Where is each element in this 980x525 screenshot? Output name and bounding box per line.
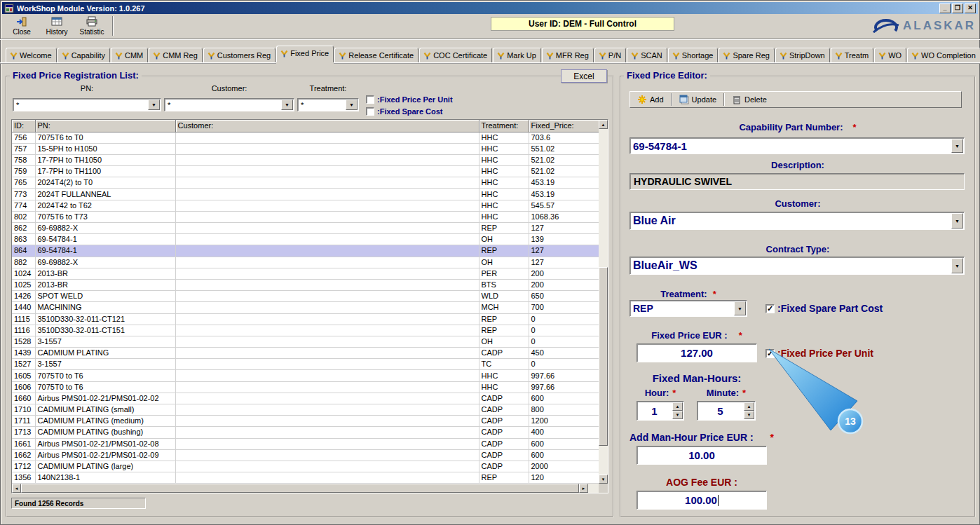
tab-p-n[interactable]: P/N <box>594 48 626 62</box>
maximize-button[interactable]: ❐ <box>952 4 963 13</box>
tab-spare-reg[interactable]: Spare Reg <box>719 48 775 62</box>
table-row[interactable]: 1426SPOT WELDWLD650 <box>12 291 599 302</box>
aog-fee-input[interactable]: 100.00 <box>637 491 767 510</box>
tab-wo-completion[interactable]: WO Completion <box>907 48 980 62</box>
table-row[interactable]: 86469-54784-1REP127 <box>12 245 599 257</box>
update-button[interactable]: Update <box>675 93 721 107</box>
hour-spinner[interactable]: 1 ▲ ▼ <box>637 401 684 421</box>
horizontal-scrollbar-thumb[interactable] <box>21 484 579 493</box>
table-row[interactable]: 10252013-BRBTS200 <box>12 279 599 290</box>
grid-column-header[interactable]: ID: <box>12 120 35 132</box>
dropdown-arrow-icon[interactable]: ▼ <box>148 100 160 110</box>
fixed-price-per-unit-filter-checkbox[interactable]: :Fixed Price Per Unit <box>366 95 453 104</box>
contract-type-combo[interactable]: BlueAir_WS ▼ <box>629 257 965 275</box>
table-row[interactable]: 75917-7PH to TH1100HHC521.02 <box>12 166 599 177</box>
fixed-price-input[interactable]: 127.00 <box>637 343 757 362</box>
add-man-hour-price-input[interactable]: 10.00 <box>637 446 767 465</box>
table-row[interactable]: 15283-1557OH0 <box>12 336 599 347</box>
spin-up-button[interactable]: ▲ <box>672 402 683 411</box>
tab-welcome[interactable]: Welcome <box>6 48 57 62</box>
treatment-combo[interactable]: REP ▼ <box>629 300 747 317</box>
table-row[interactable]: 1356140N2138-1REP120 <box>12 472 599 484</box>
table-row[interactable]: 7742024T42 to T62HHC545.57 <box>12 200 599 211</box>
fixed-price-per-unit-checkbox[interactable]: ✓ :Fixed Price Per Unit <box>765 348 873 359</box>
table-row[interactable]: 1439CADMIUM PLATINGCADP450 <box>12 348 599 359</box>
grid-column-header[interactable]: Treatment: <box>479 120 529 132</box>
table-row[interactable]: 86369-54784-1OH139 <box>12 234 599 245</box>
fixed-spare-part-cost-checkbox[interactable]: ✓ :Fixed Spare Part Cost <box>765 303 883 314</box>
tab-mfr-reg[interactable]: MFR Reg <box>542 48 594 62</box>
table-row[interactable]: 75817-7PH to TH1050HHC521.02 <box>12 154 599 165</box>
dropdown-arrow-icon[interactable]: ▼ <box>951 258 963 273</box>
tab-customers-reg[interactable]: Customers Reg <box>203 48 275 62</box>
scroll-up-button[interactable]: ▲ <box>599 120 608 129</box>
table-row[interactable]: 7652024T4(2) to T0HHC453.19 <box>12 177 599 189</box>
tab-shortage[interactable]: Shortage <box>668 48 719 62</box>
grid-column-header[interactable]: Fixed_Price: <box>529 120 599 132</box>
customer-filter-combo[interactable]: * ▼ <box>164 98 294 111</box>
table-row[interactable]: 1661Airbus PMS01-02-21/PMS01-02-08CADP60… <box>12 438 599 449</box>
table-row[interactable]: 11153510D330-32-011-CT121REP0 <box>12 313 599 325</box>
tab-wo[interactable]: WO <box>874 48 906 62</box>
tab-coc-certificate[interactable]: COC Certificate <box>419 48 492 62</box>
dropdown-arrow-icon[interactable]: ▼ <box>346 100 358 110</box>
grid-cell: Airbus PMS01-02-21/PMS01-02-08 <box>35 438 175 449</box>
add-button[interactable]: Add <box>633 93 668 107</box>
statistic-button[interactable]: Statistic <box>74 15 109 37</box>
table-row[interactable]: 86269-69882-XREP127 <box>12 223 599 234</box>
customer-combo[interactable]: Blue Air ▼ <box>629 212 965 230</box>
spin-down-button[interactable]: ▼ <box>672 411 683 419</box>
treatment-filter-combo[interactable]: * ▼ <box>297 98 359 111</box>
tab-mark-up[interactable]: Mark Up <box>493 48 541 62</box>
fixed-spare-cost-filter-checkbox[interactable]: :Fixed Spare Cost <box>366 107 443 116</box>
table-row[interactable]: 16057075T0 to T6HHC997.66 <box>12 370 599 381</box>
table-row[interactable]: 1662Airbus PMS01-02-21/PMS01-02-09CADP60… <box>12 449 599 461</box>
tab-capability[interactable]: Capability <box>57 48 110 62</box>
table-row[interactable]: 15273-1557TC0 <box>12 359 599 370</box>
spin-down-button[interactable]: ▼ <box>744 411 754 419</box>
spin-up-button[interactable]: ▲ <box>744 402 754 411</box>
scroll-right-button[interactable]: ► <box>579 484 588 493</box>
table-row[interactable]: 1711CADMIUM PLATING (medium)CADP1200 <box>12 416 599 427</box>
tab-scan[interactable]: SCAN <box>627 48 667 62</box>
excel-export-button[interactable]: Excel <box>561 69 607 83</box>
tab-cmm[interactable]: CMM <box>111 48 148 62</box>
close-button[interactable]: Close <box>4 15 39 37</box>
scroll-left-button[interactable]: ◄ <box>12 484 21 493</box>
tab-cmm-reg[interactable]: CMM Reg <box>149 48 203 62</box>
table-row[interactable]: 1440MACHININGMCH700 <box>12 302 599 313</box>
dropdown-arrow-icon[interactable]: ▼ <box>951 139 963 153</box>
minimize-button[interactable]: _ <box>939 4 951 13</box>
delete-button[interactable]: Delete <box>728 93 771 107</box>
scroll-down-button[interactable]: ▼ <box>599 475 608 484</box>
capability-part-number-combo[interactable]: 69-54784-1 ▼ <box>629 137 965 154</box>
grid-column-header[interactable]: Customer: <box>175 120 479 132</box>
table-row[interactable]: 8027075T6 to T73HHC1068.36 <box>12 211 599 222</box>
grid-horizontal-scrollbar[interactable]: ◄ ► <box>12 484 599 493</box>
grid-column-header[interactable]: PN: <box>35 120 175 132</box>
history-button[interactable]: History <box>39 15 74 37</box>
pn-filter-combo[interactable]: * ▼ <box>13 98 161 111</box>
table-row[interactable]: 11163510D330-32-011-CT151REP0 <box>12 325 599 336</box>
vertical-scrollbar-thumb[interactable] <box>599 267 608 446</box>
tab-stripdown[interactable]: StripDown <box>775 48 830 62</box>
minute-spinner[interactable]: 5 ▲ ▼ <box>697 401 756 421</box>
table-row[interactable]: 88269-69882-XOH127 <box>12 257 599 268</box>
tab-treatm[interactable]: Treatm <box>831 48 873 62</box>
table-row[interactable]: 10242013-BRPER200 <box>12 268 599 279</box>
table-row[interactable]: 75715-5PH to H1050HHC551.02 <box>12 143 599 154</box>
tab-fixed-price[interactable]: Fixed Price <box>276 46 334 62</box>
table-row[interactable]: 16067075T0 to T6HHC997.66 <box>12 381 599 393</box>
tab-release-certificate[interactable]: Release Certificate <box>334 48 418 62</box>
dropdown-arrow-icon[interactable]: ▼ <box>734 301 746 315</box>
table-row[interactable]: 1710CADMIUM PLATING (small)CADP800 <box>12 404 599 416</box>
dropdown-arrow-icon[interactable]: ▼ <box>281 100 293 110</box>
dropdown-arrow-icon[interactable]: ▼ <box>951 213 963 229</box>
grid-vertical-scrollbar[interactable]: ▲ ▼ <box>599 120 608 484</box>
table-row[interactable]: 1713CADMIUM PLATING (bushing)CADP400 <box>12 427 599 438</box>
table-row[interactable]: 7567075T6 to T0HHC703.6 <box>12 132 599 143</box>
table-row[interactable]: 7732024T FULLANNEALHHC453.19 <box>12 189 599 200</box>
table-row[interactable]: 1660Airbus PMS01-02-21/PMS01-02-02CADP60… <box>12 393 599 404</box>
close-window-button[interactable]: ✕ <box>965 4 976 13</box>
table-row[interactable]: 1712CADMIUM PLATING (large)CADP2000 <box>12 461 599 472</box>
